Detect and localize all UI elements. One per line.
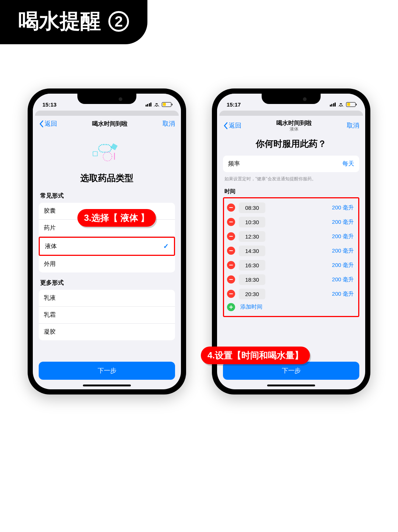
delete-time-button[interactable] bbox=[227, 232, 235, 240]
list-item[interactable]: 乳液 bbox=[39, 290, 175, 307]
time-value[interactable]: 10:30 bbox=[239, 217, 265, 227]
frequency-row[interactable]: 频率 每天 bbox=[223, 156, 359, 172]
page-title: 选取药品类型 bbox=[39, 172, 175, 184]
next-button[interactable]: 下一步 bbox=[223, 362, 359, 380]
time-section-label: 时间 bbox=[224, 188, 359, 195]
annotation-step-3: 3.选择【 液体 】 bbox=[77, 209, 156, 227]
chevron-left-icon bbox=[223, 122, 228, 129]
time-row: 18:30200 毫升 bbox=[227, 272, 355, 287]
sheet-background-peek bbox=[35, 111, 179, 116]
cancel-button[interactable]: 取消 bbox=[347, 121, 359, 130]
home-indicator[interactable] bbox=[83, 385, 131, 386]
frequency-value: 每天 bbox=[342, 160, 354, 168]
delete-time-button[interactable] bbox=[227, 261, 235, 269]
svg-rect-2 bbox=[93, 152, 97, 156]
annotation-step-4: 4.设置【时间和喝水量】 bbox=[201, 347, 310, 364]
back-button[interactable]: 返回 bbox=[39, 119, 57, 128]
list-item-selected[interactable]: 液体 ✓ bbox=[39, 237, 175, 256]
device-notch bbox=[262, 94, 321, 104]
signal-icon bbox=[146, 102, 152, 107]
status-time: 15:13 bbox=[42, 101, 56, 108]
dose-value[interactable]: 200 毫升 bbox=[332, 204, 354, 211]
back-button[interactable]: 返回 bbox=[223, 121, 241, 130]
status-time: 15:17 bbox=[227, 101, 241, 108]
time-row: 12:30200 毫升 bbox=[227, 229, 355, 244]
wifi-icon bbox=[338, 102, 344, 107]
delete-time-button[interactable] bbox=[227, 204, 235, 212]
battery-icon bbox=[162, 102, 171, 107]
time-value[interactable]: 08:30 bbox=[239, 202, 265, 213]
next-button[interactable]: 下一步 bbox=[39, 362, 175, 380]
nav-title: 喝水时间到啦 液体 bbox=[241, 119, 347, 132]
banner-title: 喝水提醒 bbox=[18, 7, 101, 35]
delete-time-button[interactable] bbox=[227, 290, 235, 298]
time-value[interactable]: 16:30 bbox=[239, 260, 265, 271]
svg-point-1 bbox=[103, 152, 112, 161]
time-value[interactable]: 20:30 bbox=[239, 289, 265, 299]
time-value[interactable]: 18:30 bbox=[239, 274, 265, 285]
signal-icon bbox=[330, 102, 336, 107]
dose-value[interactable]: 200 毫升 bbox=[332, 276, 354, 283]
wifi-icon bbox=[154, 102, 160, 107]
plus-icon[interactable] bbox=[227, 303, 235, 311]
cancel-button[interactable]: 取消 bbox=[163, 119, 175, 128]
time-value[interactable]: 12:30 bbox=[239, 231, 265, 242]
time-list-highlight: 08:30200 毫升10:30200 毫升12:30200 毫升14:3020… bbox=[223, 197, 359, 317]
back-label: 返回 bbox=[45, 119, 57, 128]
device-notch bbox=[77, 94, 136, 104]
back-label: 返回 bbox=[229, 121, 241, 130]
nav-bar: 返回 喝水时间到啦 液体 取消 bbox=[217, 116, 365, 136]
add-time-row[interactable]: 添加时间 bbox=[227, 301, 355, 313]
dose-value[interactable]: 200 毫升 bbox=[332, 291, 354, 298]
svg-rect-0 bbox=[99, 145, 111, 152]
dose-value[interactable]: 200 毫升 bbox=[332, 247, 354, 254]
time-row: 14:30200 毫升 bbox=[227, 244, 355, 258]
dose-value[interactable]: 200 毫升 bbox=[332, 262, 354, 269]
list-item[interactable]: 凝胶 bbox=[39, 324, 175, 340]
time-row: 20:30200 毫升 bbox=[227, 287, 355, 301]
frequency-label: 频率 bbox=[228, 160, 240, 168]
section-label-common: 常见形式 bbox=[40, 192, 175, 200]
battery-icon bbox=[346, 102, 356, 107]
banner-step-number: 2 bbox=[108, 11, 129, 32]
time-row: 10:30200 毫升 bbox=[227, 215, 355, 229]
section-label-more: 更多形式 bbox=[40, 279, 175, 287]
chevron-left-icon bbox=[39, 120, 44, 128]
delete-time-button[interactable] bbox=[227, 218, 235, 226]
dose-value[interactable]: 200 毫升 bbox=[332, 233, 354, 240]
time-row: 08:30200 毫升 bbox=[227, 201, 355, 215]
hint-text: 如果设置定时，"健康"会发送通知提醒你服药。 bbox=[224, 176, 358, 182]
list-item[interactable]: 乳霜 bbox=[39, 307, 175, 324]
time-value[interactable]: 14:30 bbox=[239, 246, 265, 256]
page-banner: 喝水提醒 2 bbox=[0, 0, 147, 44]
medication-illustration bbox=[39, 132, 175, 169]
nav-bar: 返回 喝水时间到啦 取消 bbox=[33, 116, 181, 132]
phone-mockup-left: 15:13 返回 喝水时间到啦 取消 bbox=[28, 88, 186, 394]
nav-title: 喝水时间到啦 bbox=[57, 120, 163, 127]
checkmark-icon: ✓ bbox=[163, 242, 169, 250]
home-indicator[interactable] bbox=[267, 385, 315, 386]
form-type-list-more: 乳液 乳霜 凝胶 bbox=[39, 290, 175, 340]
time-row: 16:30200 毫升 bbox=[227, 258, 355, 272]
sheet-background-peek bbox=[219, 111, 363, 116]
dose-value[interactable]: 200 毫升 bbox=[332, 219, 354, 226]
page-title: 你何时服用此药？ bbox=[223, 138, 359, 150]
delete-time-button[interactable] bbox=[227, 247, 235, 255]
delete-time-button[interactable] bbox=[227, 275, 235, 284]
nav-subtitle: 液体 bbox=[241, 126, 347, 132]
list-item[interactable]: 外用 bbox=[39, 256, 175, 272]
add-time-label: 添加时间 bbox=[239, 303, 262, 310]
